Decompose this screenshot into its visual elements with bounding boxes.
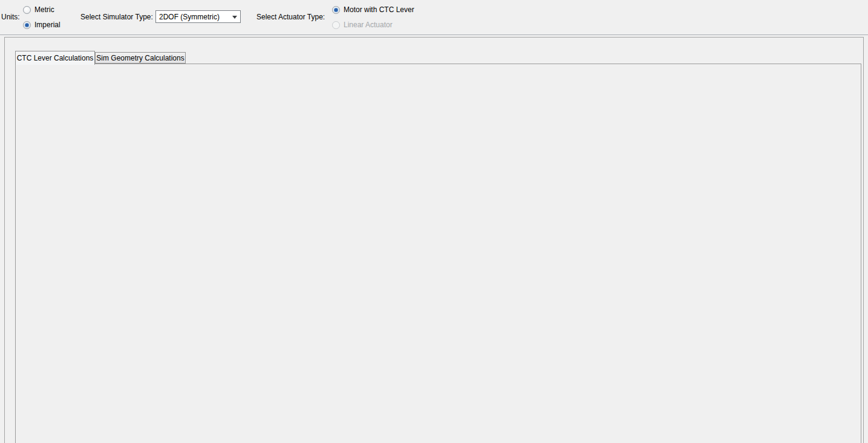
tab-sim-geometry-calculations[interactable]: Sim Geometry Calculations (95, 52, 186, 64)
motor-ctc-radio-icon[interactable] (332, 6, 340, 14)
top-options-bar: Units: Metric Imperial Select Simulator … (0, 0, 868, 35)
actuator-type-label: Select Actuator Type: (256, 13, 325, 21)
units-label: Units: (1, 13, 20, 21)
imperial-radio-icon[interactable] (23, 21, 31, 29)
actuator-linear-option: Linear Actuator (332, 21, 393, 29)
simulator-type-value: 2DOF (Symmetric) (159, 13, 220, 21)
ctc-lever-tab-page (15, 64, 861, 443)
app-window: Units: Metric Imperial Select Simulator … (0, 0, 868, 443)
metric-radio-label: Metric (34, 5, 54, 14)
units-imperial-option[interactable]: Imperial (23, 21, 60, 29)
chevron-down-icon (232, 16, 237, 19)
imperial-radio-label: Imperial (34, 21, 60, 29)
units-metric-option[interactable]: Metric (23, 5, 54, 14)
simulator-type-label: Select Simulator Type: (80, 13, 153, 21)
tab-ctc-lever-calculations[interactable]: CTC Lever Calculations (15, 51, 95, 65)
simulator-type-dropdown[interactable]: 2DOF (Symmetric) (155, 10, 241, 23)
linear-actuator-radio-icon (332, 21, 340, 29)
metric-radio-icon[interactable] (23, 6, 31, 14)
actuator-motor-option[interactable]: Motor with CTC Lever (332, 5, 414, 14)
motor-ctc-radio-label: Motor with CTC Lever (344, 5, 414, 14)
linear-actuator-radio-label: Linear Actuator (344, 21, 393, 29)
